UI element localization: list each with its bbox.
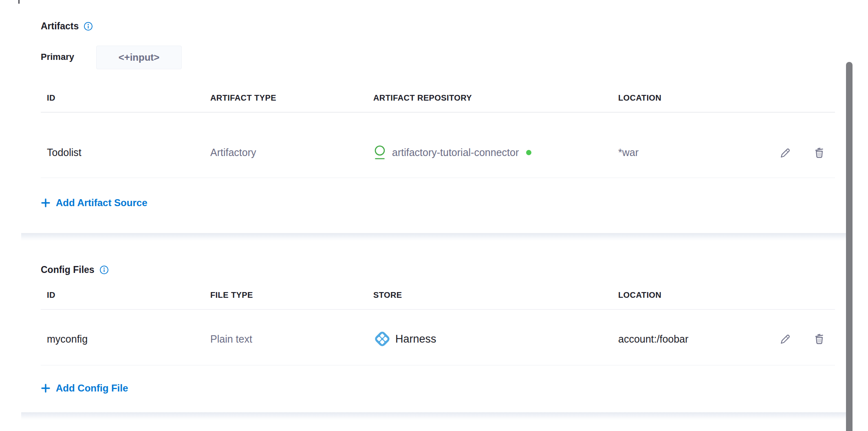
artifacts-title: Artifacts	[41, 20, 79, 33]
primary-artifact-label: Primary	[41, 51, 74, 63]
config-row-actions	[778, 310, 826, 365]
trash-icon	[812, 332, 826, 346]
trash-icon	[812, 146, 826, 160]
top-edge-tick	[18, 0, 20, 4]
info-icon[interactable]	[84, 22, 93, 31]
config-file-type: Plain text	[210, 310, 252, 365]
config-files-table-header: ID FILE TYPE STORE LOCATION	[41, 281, 835, 310]
artifact-location: *war	[618, 113, 639, 178]
add-config-file-button[interactable]: Add Config File	[41, 381, 128, 396]
config-file-location: account:/foobar	[618, 310, 688, 365]
plus-icon	[41, 383, 51, 393]
section-divider	[21, 412, 846, 420]
column-header-location: LOCATION	[618, 281, 661, 309]
config-files-title: Config Files	[41, 263, 95, 276]
plus-icon	[41, 198, 51, 208]
edit-artifact-button[interactable]	[778, 146, 792, 160]
add-config-file-label: Add Config File	[56, 383, 128, 394]
column-header-id: ID	[47, 84, 55, 112]
artifact-source-row: Todolist Artifactory artifactory-tutoria…	[41, 113, 835, 178]
artifact-repository-cell: artifactory-tutorial-connector	[373, 113, 531, 178]
column-header-location: LOCATION	[618, 84, 661, 112]
artifacts-section-header: Artifacts	[41, 20, 93, 33]
column-header-file-type: FILE TYPE	[210, 281, 253, 309]
pencil-icon	[778, 332, 792, 346]
harness-logo-icon	[373, 330, 391, 348]
vertical-scrollbar-thumb[interactable]	[846, 62, 853, 431]
column-header-artifact-repository: ARTIFACT REPOSITORY	[373, 84, 472, 112]
connector-status-dot	[526, 150, 531, 155]
pencil-icon	[778, 146, 792, 160]
config-file-row: myconfig Plain text Harness account:/foo…	[41, 310, 835, 365]
store-name: Harness	[395, 333, 436, 345]
column-header-id: ID	[47, 281, 55, 309]
add-artifact-source-label: Add Artifact Source	[56, 197, 147, 209]
artifacts-table-header: ID ARTIFACT TYPE ARTIFACT REPOSITORY LOC…	[41, 84, 835, 112]
runtime-input-value: <+input>	[119, 52, 160, 63]
edit-config-file-button[interactable]	[778, 332, 792, 346]
delete-artifact-button[interactable]	[812, 146, 826, 160]
delete-config-file-button[interactable]	[812, 332, 826, 346]
section-divider	[21, 233, 846, 241]
primary-artifact-runtime-input[interactable]: <+input>	[96, 46, 182, 69]
column-header-artifact-type: ARTIFACT TYPE	[210, 84, 276, 112]
artifact-type: Artifactory	[210, 113, 256, 178]
config-files-section-header: Config Files	[41, 263, 109, 276]
config-file-id: myconfig	[47, 310, 88, 365]
add-artifact-source-button[interactable]: Add Artifact Source	[41, 196, 147, 210]
service-config-panel: Artifacts Primary <+input> ID ARTIFACT T…	[0, 0, 868, 431]
info-icon[interactable]	[99, 265, 109, 275]
connector-name: artifactory-tutorial-connector	[392, 147, 519, 158]
artifact-id: Todolist	[47, 113, 82, 178]
artifactory-connector-icon	[373, 145, 386, 161]
config-file-store-cell: Harness	[373, 310, 436, 365]
column-header-store: STORE	[373, 281, 402, 309]
artifact-row-actions	[778, 113, 826, 178]
